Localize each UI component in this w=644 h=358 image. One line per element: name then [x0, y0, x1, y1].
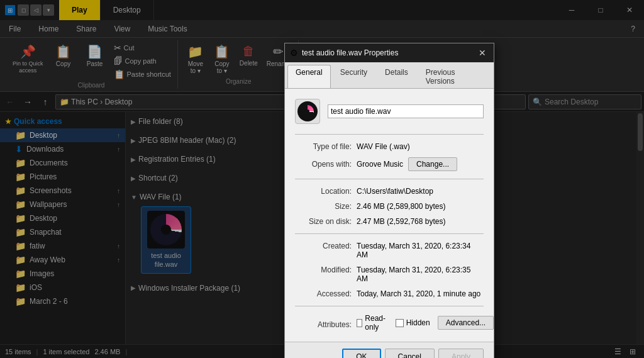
row-modified: Modified: Tuesday, March 31, 2020, 6:23:…	[295, 266, 484, 283]
hidden-checkbox[interactable]	[396, 319, 404, 327]
created-label: Created:	[295, 242, 352, 250]
readonly-checkbox-label[interactable]: Read-only	[357, 314, 388, 332]
created-value: Tuesday, March 31, 2020, 6:23:34 AM	[357, 242, 484, 259]
row-created: Created: Tuesday, March 31, 2020, 6:23:3…	[295, 242, 484, 259]
size-on-disk-label: Size on disk:	[295, 217, 352, 226]
divider-2	[295, 179, 484, 179]
dialog-title-text: test audio file.wav Properties	[302, 48, 472, 57]
filename-input[interactable]	[328, 104, 484, 118]
dialog-body: Type of file: WAV File (.wav) Opens with…	[285, 89, 494, 342]
readonly-label: Read-only	[365, 314, 387, 332]
type-label: Type of file:	[295, 142, 352, 151]
row-location: Location: C:\Users\fatiw\Desktop	[295, 187, 484, 196]
location-value: C:\Users\fatiw\Desktop	[357, 187, 484, 196]
tab-security[interactable]: Security	[332, 65, 375, 88]
properties-dialog: ⚙ test audio file.wav Properties ✕ Gener…	[284, 43, 494, 358]
hidden-label: Hidden	[406, 318, 430, 327]
location-label: Location:	[295, 187, 352, 196]
opens-with-label: Opens with:	[295, 160, 352, 169]
readonly-checkbox[interactable]	[357, 319, 362, 327]
row-size: Size: 2.46 MB (2,589,800 bytes)	[295, 202, 484, 211]
advanced-button[interactable]: Advanced...	[438, 316, 494, 330]
dialog-footer: OK Cancel Apply	[285, 342, 494, 358]
size-value: 2.46 MB (2,589,800 bytes)	[357, 202, 484, 211]
tab-details[interactable]: Details	[377, 65, 416, 88]
row-size-on-disk: Size on disk: 2.47 MB (2,592,768 bytes)	[295, 217, 484, 226]
attributes-container: Read-only Hidden Advanced...	[357, 314, 494, 332]
dialog-title-bar: ⚙ test audio file.wav Properties ✕	[285, 43, 494, 62]
accessed-value: Today, March 31, 2020, 1 minute ago	[357, 289, 484, 298]
dialog-title-icon: ⚙	[290, 48, 298, 58]
type-value: WAV File (.wav)	[357, 142, 484, 151]
row-accessed: Accessed: Today, March 31, 2020, 1 minut…	[295, 289, 484, 298]
dialog-file-header	[295, 99, 484, 124]
dialog-file-icon	[295, 99, 320, 124]
modified-label: Modified:	[295, 266, 352, 274]
cancel-button[interactable]: Cancel	[385, 349, 435, 358]
opens-with-app: Groove Music	[357, 160, 403, 169]
ok-button[interactable]: OK	[342, 349, 380, 358]
divider-4	[295, 306, 484, 306]
size-label: Size:	[295, 202, 352, 211]
change-button[interactable]: Change...	[408, 157, 457, 171]
hidden-checkbox-label[interactable]: Hidden	[396, 318, 430, 327]
modified-value: Tuesday, March 31, 2020, 6:23:35 AM	[357, 266, 484, 283]
divider-1	[295, 134, 484, 135]
row-type: Type of file: WAV File (.wav)	[295, 142, 484, 151]
accessed-label: Accessed:	[295, 289, 352, 298]
row-attributes: Attributes: Read-only Hidden Advanced...	[295, 314, 484, 332]
tab-previous-versions[interactable]: Previous Versions	[418, 65, 491, 88]
wav-file-icon	[297, 101, 318, 121]
divider-3	[295, 233, 484, 234]
dialog-tabs: General Security Details Previous Versio…	[285, 62, 494, 89]
apply-button[interactable]: Apply	[438, 349, 484, 358]
dialog-overlay: ⚙ test audio file.wav Properties ✕ Gener…	[0, 0, 644, 358]
row-opens-with: Opens with: Groove Music Change...	[295, 157, 484, 171]
tab-general[interactable]: General	[287, 65, 331, 88]
opens-with-container: Groove Music Change...	[357, 157, 457, 171]
size-on-disk-value: 2.47 MB (2,592,768 bytes)	[357, 217, 484, 226]
dialog-close-button[interactable]: ✕	[476, 47, 489, 59]
attributes-label: Attributes:	[295, 320, 352, 329]
